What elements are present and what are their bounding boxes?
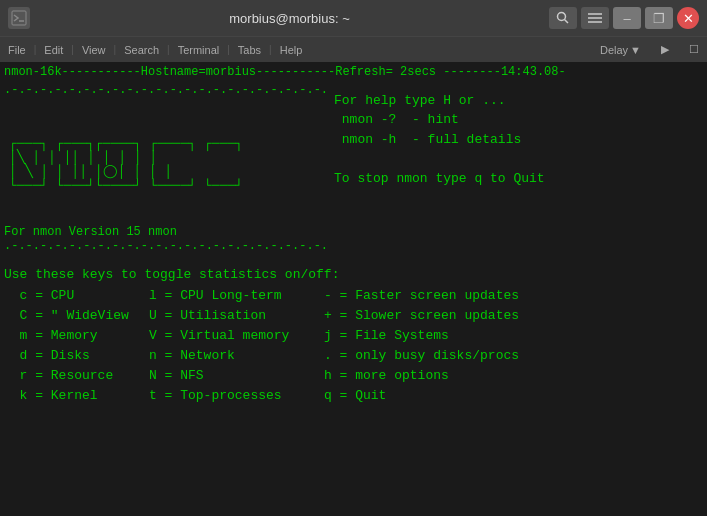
key-col-2: l = CPU Long-term — [149, 286, 324, 306]
toggle-header: Use these keys to toggle statistics on/o… — [4, 265, 703, 286]
help-section: For help type H or ... nmon -? - hint nm… — [314, 83, 703, 255]
menu-button[interactable] — [581, 7, 609, 29]
terminal-area: nmon-16k-----------Hostname=morbius-----… — [0, 62, 707, 516]
key-col-1: d = Disks — [4, 346, 149, 366]
view-menu[interactable]: View — [82, 44, 106, 56]
nmon-version: For nmon Version 15 nmon — [4, 225, 314, 239]
svg-text:│ ╲ │   │   ││    │◯│    │   │: │ ╲ │ │ ││ │◯│ │ │ │ — [9, 162, 172, 179]
titlebar-left — [8, 7, 30, 29]
key-col-3: j = File Systems — [324, 326, 703, 346]
key-col-1: m = Memory — [4, 326, 149, 346]
svg-point-2 — [558, 13, 566, 21]
terminal-app-icon — [8, 7, 30, 29]
key-table: c = CPU l = CPU Long-term - = Faster scr… — [4, 286, 703, 407]
svg-text:└───┘   └───┘└────┘ └────┘   └: └───┘ └───┘└────┘ └────┘ └───┘ — [9, 178, 243, 193]
key-col-2: V = Virtual memory — [149, 326, 324, 346]
toolbar: File | Edit | View | Search | Terminal |… — [0, 36, 707, 62]
key-col-3: q = Quit — [324, 386, 703, 406]
ascii-art-section: .-.-.-.-.-.-.-.-.-.-.-.-.-.-.-.-.-.-.-.-… — [4, 83, 314, 255]
help-text-5: To stop nmon type q to Quit — [334, 169, 703, 189]
key-row: m = Memory V = Virtual memory j = File S… — [4, 326, 703, 346]
key-row: k = Kernel t = Top-processes q = Quit — [4, 386, 703, 406]
help-text-4 — [334, 149, 703, 169]
key-col-2: U = Utilisation — [149, 306, 324, 326]
help-menu[interactable]: Help — [280, 44, 303, 56]
toolbar-arrow[interactable]: ▶ — [661, 43, 669, 56]
key-col-1: r = Resource — [4, 366, 149, 386]
key-col-2: t = Top-processes — [149, 386, 324, 406]
key-col-3: h = more options — [324, 366, 703, 386]
terminal-menu[interactable]: Terminal — [178, 44, 220, 56]
maximize-button[interactable]: ❐ — [645, 7, 673, 29]
minimize-button[interactable]: – — [613, 7, 641, 29]
key-section: Use these keys to toggle statistics on/o… — [4, 265, 703, 407]
search-button[interactable] — [549, 7, 577, 29]
nmon-logo: ┌───┐ ┌───┐┌────┐ ┌────┐ ┌───┐ │╲ │ │ ││… — [4, 100, 314, 223]
key-row: C = " WideView U = Utilisation + = Slowe… — [4, 306, 703, 326]
help-text-2: nmon -? - hint — [334, 110, 703, 130]
titlebar-controls: – ❐ ✕ — [549, 7, 699, 29]
key-row: c = CPU l = CPU Long-term - = Faster scr… — [4, 286, 703, 306]
key-row: d = Disks n = Network . = only busy disk… — [4, 346, 703, 366]
svg-line-3 — [565, 20, 569, 24]
help-text-3: nmon -h - full details — [334, 130, 703, 150]
dots-bottom: .-.-.-.-.-.-.-.-.-.-.-.-.-.-.-.-.-.-.-.-… — [4, 239, 314, 255]
key-col-2: n = Network — [149, 346, 324, 366]
key-col-3: - = Faster screen updates — [324, 286, 703, 306]
tabs-menu[interactable]: Tabs — [238, 44, 261, 56]
key-col-1: c = CPU — [4, 286, 149, 306]
edit-menu[interactable]: Edit — [44, 44, 63, 56]
svg-text:│╲  │   │   ││    │ │    │   │: │╲ │ │ ││ │ │ │ │ │ — [9, 148, 157, 165]
window-title: morbius@morbius: ~ — [30, 11, 549, 26]
key-row: r = Resource N = NFS h = more options — [4, 366, 703, 386]
nmon-status-line: nmon-16k-----------Hostname=morbius-----… — [4, 64, 703, 81]
help-text-1: For help type H or ... — [334, 91, 703, 111]
file-menu[interactable]: File — [8, 44, 26, 56]
key-col-3: + = Slower screen updates — [324, 306, 703, 326]
key-col-2: N = NFS — [149, 366, 324, 386]
dots-top: .-.-.-.-.-.-.-.-.-.-.-.-.-.-.-.-.-.-.-.-… — [4, 83, 314, 99]
key-col-1: k = Kernel — [4, 386, 149, 406]
delay-dropdown[interactable]: Delay ▼ — [600, 44, 641, 56]
search-menu[interactable]: Search — [124, 44, 159, 56]
terminal-main-content: .-.-.-.-.-.-.-.-.-.-.-.-.-.-.-.-.-.-.-.-… — [4, 83, 703, 255]
key-col-1: C = " WideView — [4, 306, 149, 326]
titlebar: morbius@morbius: ~ – ❐ ✕ — [0, 0, 707, 36]
toolbar-checkbox[interactable]: ☐ — [689, 43, 699, 56]
close-button[interactable]: ✕ — [677, 7, 699, 29]
key-col-3: . = only busy disks/procs — [324, 346, 703, 366]
